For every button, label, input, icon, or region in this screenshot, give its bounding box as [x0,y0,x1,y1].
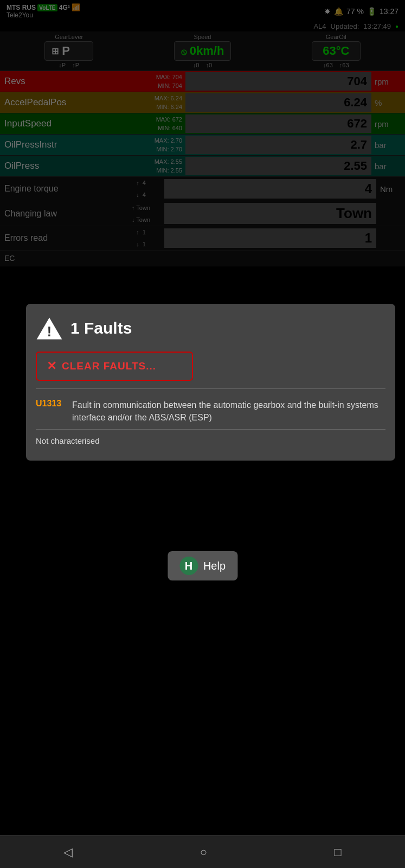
help-button[interactable]: H Help [168,551,237,580]
back-button[interactable]: ◁ [50,841,86,864]
fault-divider [36,388,385,389]
fault-item: U1313 Fault in communication between the… [36,393,385,430]
clear-faults-x-icon: ✕ [47,359,56,373]
help-h-icon: H [179,557,198,575]
recent-apps-button[interactable]: □ [321,841,354,864]
warning-icon: ! [36,315,63,342]
nav-bar: ◁ ○ □ [0,835,405,868]
faults-dialog: ! 1 Faults ✕ CLEAR FAULTS... U1313 Fault… [26,304,395,461]
fault-description: Fault in communication between the autom… [72,399,385,424]
help-label: Help [203,560,226,572]
dialog-title: 1 Faults [70,319,132,337]
fault-code: U1313 [36,399,66,424]
clear-faults-button[interactable]: ✕ CLEAR FAULTS... [36,352,193,381]
home-button[interactable]: ○ [187,841,220,864]
fault-characterised: Not characterised [36,433,385,451]
dialog-title-row: ! 1 Faults [36,315,385,342]
svg-text:!: ! [47,324,52,339]
clear-faults-label: CLEAR FAULTS... [62,360,156,372]
